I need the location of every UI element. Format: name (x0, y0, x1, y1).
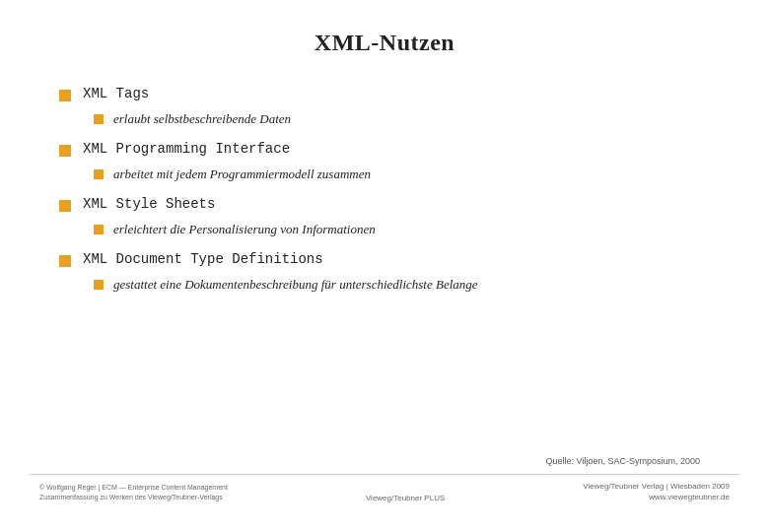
footer-left: © Wolfgang Reger | ECM — Enterprise Cont… (39, 483, 228, 502)
sub-bullet-item-4: gestattet eine Dokumentenbeschreibung fü… (94, 277, 710, 293)
bullet-item-1: XML Tags (59, 86, 710, 101)
sub-bullet-item-1: erlaubt selbstbeschreibende Daten (94, 111, 710, 127)
sub-bullet-icon-3 (94, 225, 104, 234)
bullet-icon-3 (59, 200, 71, 212)
bullet-item-4: XML Document Type Definitions (59, 251, 710, 267)
sub-bullet-text-3: erleichtert die Personalisierung von Inf… (113, 222, 376, 237)
footer-bottom: © Wolfgang Reger | ECM — Enterprise Cont… (30, 481, 739, 502)
sub-bullet-text-4: gestattet eine Dokumentenbeschreibung fü… (113, 277, 478, 293)
sub-bullet-icon-1 (94, 114, 104, 124)
bullet-text-3: XML Style Sheets (83, 196, 215, 212)
sub-bullet-text-2: arbeitet mit jedem Programmiermodell zus… (113, 166, 371, 182)
section-4: XML Document Type Definitions gestattet … (59, 251, 710, 293)
sub-bullet-icon-4 (94, 280, 104, 290)
footer-center: Vieweg/Teubner PLUS (366, 494, 445, 502)
footer-right: Vieweg/Teubner Verlag | Wiesbaden 2009 w… (583, 481, 730, 502)
bullet-text-2: XML Programming Interface (83, 141, 290, 157)
bullet-item-3: XML Style Sheets (59, 196, 710, 212)
sub-bullet-item-3: erleichtert die Personalisierung von Inf… (94, 222, 710, 237)
source-citation: Quelle: Viljoen, SAC-Symposium, 2000 (30, 456, 739, 466)
footer-right-line1: Vieweg/Teubner Verlag | Wiesbaden 2009 (583, 481, 730, 492)
footer-left-line1: © Wolfgang Reger | ECM — Enterprise Cont… (39, 483, 228, 493)
sub-bullet-icon-2 (94, 169, 104, 179)
section-2: XML Programming Interface arbeitet mit j… (59, 141, 710, 182)
bullet-icon-2 (59, 145, 71, 157)
bullet-item-2: XML Programming Interface (59, 141, 710, 157)
slide-title: XML-Nutzen (59, 30, 710, 56)
footer: Quelle: Viljoen, SAC-Symposium, 2000 © W… (0, 456, 769, 502)
section-1: XML Tags erlaubt selbstbeschreibende Dat… (59, 86, 710, 127)
footer-divider (30, 474, 739, 475)
slide: XML-Nutzen XML Tags erlaubt selbstbeschr… (0, 0, 769, 532)
footer-left-line2: Zusammenfassung zu Werken des Vieweg/Teu… (39, 493, 228, 502)
sub-bullet-item-2: arbeitet mit jedem Programmiermodell zus… (94, 166, 710, 182)
content-area: XML Tags erlaubt selbstbeschreibende Dat… (59, 86, 710, 293)
sub-bullet-text-1: erlaubt selbstbeschreibende Daten (113, 111, 291, 127)
footer-right-line2: www.viewegteubner.de (583, 492, 730, 502)
bullet-text-1: XML Tags (83, 86, 149, 101)
bullet-text-4: XML Document Type Definitions (83, 251, 323, 267)
section-3: XML Style Sheets erleichtert die Persona… (59, 196, 710, 237)
bullet-icon-1 (59, 90, 71, 101)
bullet-icon-4 (59, 255, 71, 267)
